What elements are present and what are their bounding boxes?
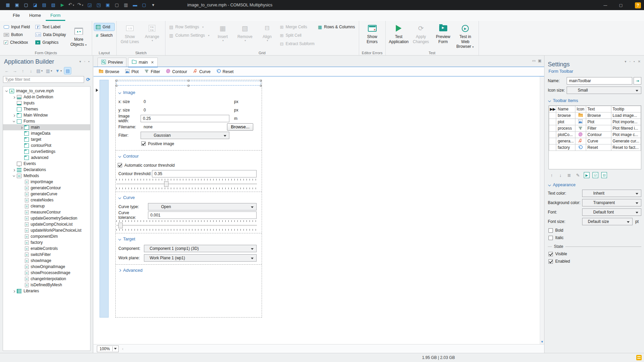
icon-size-select[interactable]: Small <box>567 87 641 94</box>
input-field-button[interactable]: Input Field <box>2 23 32 31</box>
tree-item-updateCompChoiceList[interactable]: updateCompChoiceList <box>3 221 90 227</box>
move-down-icon[interactable]: ↓ <box>558 172 563 178</box>
run-icon[interactable]: ▶ <box>58 0 67 10</box>
contour-threshold-slider[interactable] <box>116 179 257 189</box>
tree-item-Themes[interactable]: Themes <box>3 106 90 112</box>
check-syntax-icon[interactable]: ◳ <box>94 0 103 10</box>
vertical-scrollbar[interactable]: ▼ <box>540 76 544 344</box>
panel-float-icon[interactable]: ▫ <box>630 60 631 63</box>
form-grid-outline[interactable]: Image x: size0px y: size0px Image width:… <box>115 80 262 318</box>
new-file-icon[interactable]: ▢ <box>22 0 31 10</box>
show-errors-button[interactable]: Show Errors <box>361 23 383 45</box>
minimize-button[interactable]: — <box>598 0 613 10</box>
collapse-all-icon[interactable]: ▤▼ <box>36 67 44 74</box>
paste-icon[interactable]: ▢ <box>112 0 121 10</box>
tree-item-importImage[interactable]: importImage <box>3 179 90 185</box>
toolbar-item-row[interactable]: plotPlotPlot importe... <box>549 119 641 125</box>
go-to-source-icon[interactable]: ⇥ <box>634 77 641 85</box>
add-toggle-icon[interactable]: ☑ <box>593 172 598 178</box>
arrange-button[interactable]: ●▲●▲ Arrange▼ <box>141 23 163 43</box>
tree-item-image_to_curve.mph[interactable]: Aimage_to_curve.mph <box>3 88 90 94</box>
form-canvas[interactable]: Image x: size0px y: size0px Image width:… <box>93 76 544 344</box>
test-web-browser-button[interactable]: ▶ Test in Web Browser▼ <box>454 23 477 50</box>
save-as-icon[interactable]: ▧ <box>49 0 58 10</box>
curve-button[interactable]: Curve <box>193 69 211 74</box>
tree-item-showProcessedImage[interactable]: showProcessedImage <box>3 270 90 276</box>
browse-button[interactable]: Browse <box>99 69 119 74</box>
font-size-select[interactable]: Default size <box>582 218 633 225</box>
section-appearance[interactable]: Appearance <box>548 183 641 187</box>
tab-preview[interactable]: Preview <box>98 58 126 67</box>
edit-item-icon[interactable]: ✎ <box>575 172 581 178</box>
section-target[interactable]: Target <box>119 236 262 241</box>
model-data-access-icon[interactable]: ▤ <box>64 67 71 74</box>
toolbar-items-table[interactable]: ▶▶ Name Icon Text Tooltip browseBrowseLo… <box>549 106 641 151</box>
work-plane-select[interactable]: Work Plane 1 (wp1) <box>144 254 257 262</box>
tree-item-generateCurve[interactable]: generateCurve <box>3 191 90 197</box>
open-file-icon[interactable]: ◪ <box>31 0 40 10</box>
scroll-left-icon[interactable]: ‹ <box>122 346 123 351</box>
split-cell-button[interactable]: ⊞Split Cell <box>278 32 316 39</box>
move-down-icon[interactable]: ↓ <box>28 67 34 74</box>
test-application-button[interactable]: Test Application <box>388 23 410 45</box>
curve-tolerance-slider[interactable] <box>116 220 257 231</box>
preview-code-icon[interactable]: ◲ <box>85 0 94 10</box>
save-icon[interactable]: ▤ <box>40 0 49 10</box>
component-select[interactable]: Component 1 (comp1) (3D) <box>144 245 257 252</box>
plot-button[interactable]: Plot <box>125 69 139 74</box>
duplicate-icon[interactable]: ▥ <box>121 0 130 10</box>
bold-checkbox[interactable] <box>548 228 553 233</box>
filter-select[interactable]: Gaussian <box>141 132 229 139</box>
contour-button[interactable]: Contour <box>166 69 187 74</box>
zoom-control[interactable]: 100% <box>97 345 119 352</box>
insert-button[interactable]: ▦ Insert▼ <box>212 23 234 43</box>
apply-changes-button[interactable]: ⟳ Apply Changes <box>410 23 432 45</box>
tab-main[interactable]: main ✕ <box>128 58 157 67</box>
row-settings-button[interactable]: ▤Row Settings▼ <box>167 23 212 31</box>
preview-form-button[interactable]: Preview Form <box>432 23 454 45</box>
tree-item-componentDim[interactable]: componentDim <box>3 233 90 239</box>
select-region-icon[interactable]: ▢ <box>140 0 149 10</box>
data-display-button[interactable]: 1.23Data Display <box>34 31 68 38</box>
column-settings-button[interactable]: ▥Column Settings▼ <box>167 32 212 39</box>
tree-filter-input[interactable] <box>3 76 84 83</box>
tree-item-measureContour[interactable]: measureContour <box>3 209 90 215</box>
tree-item-showImage[interactable]: showImage <box>3 258 90 264</box>
nav-back-icon[interactable]: ← <box>3 67 10 74</box>
italic-checkbox[interactable] <box>548 236 553 240</box>
toolbar-item-row[interactable]: plotCo...ContourPlot image c... <box>549 132 641 138</box>
remove-button[interactable]: ▧ Remove▼ <box>234 23 256 43</box>
help-icon[interactable]: ? <box>635 2 641 8</box>
clear-table-icon[interactable]: ≣ <box>566 172 572 178</box>
panel-pin-icon[interactable]: ▪ <box>88 60 89 63</box>
curve-type-select[interactable]: Open <box>148 203 257 210</box>
tree-item-changeInterpolation[interactable]: changeInterpolation <box>3 276 90 282</box>
tree-item-Events[interactable]: Events <box>3 161 90 167</box>
tree-item-Methods[interactable]: Methods <box>3 173 90 179</box>
grid-mode-button[interactable]: Grid <box>94 23 114 31</box>
editor-layout-icon[interactable]: ▭ <box>532 59 535 63</box>
copy-icon[interactable]: ▣ <box>103 0 112 10</box>
app-icon[interactable]: ▦ <box>3 0 12 10</box>
filter-icon[interactable]: ▼▼ <box>54 67 63 74</box>
move-up-icon[interactable]: ↑ <box>549 172 555 178</box>
customize-icon[interactable]: ▾ <box>149 0 158 10</box>
tree-item-generateContour[interactable]: generateContour <box>3 185 90 191</box>
selected-column-strip[interactable] <box>100 80 109 318</box>
tree-item-Libraries[interactable]: Libraries <box>3 288 90 294</box>
extract-subform-button[interactable]: ⊟Extract Subform <box>278 40 316 47</box>
panel-pin-icon[interactable]: ▪ <box>634 60 635 63</box>
nav-forward-icon[interactable]: → <box>11 67 18 74</box>
background-color-select[interactable]: Transparent <box>582 199 641 206</box>
align-button[interactable]: ⊟ Align▼ <box>256 23 278 43</box>
panel-menu-icon[interactable]: ▾ <box>79 60 81 63</box>
close-tab-icon[interactable]: ✕ <box>151 60 154 65</box>
tree-item-updateWorkPlaneChoiceList[interactable]: updateWorkPlaneChoiceList <box>3 227 90 233</box>
enabled-checkbox[interactable] <box>548 259 553 264</box>
undo-icon[interactable]: ↶▼ <box>67 0 76 10</box>
zoom-dropdown-icon[interactable] <box>112 347 118 351</box>
section-image[interactable]: Image <box>119 90 262 95</box>
toolbar-item-row[interactable]: factoryResetReset to fact... <box>549 144 641 151</box>
font-select[interactable]: Default font <box>582 208 641 216</box>
expand-all-icon[interactable]: ▥▼ <box>45 67 53 74</box>
